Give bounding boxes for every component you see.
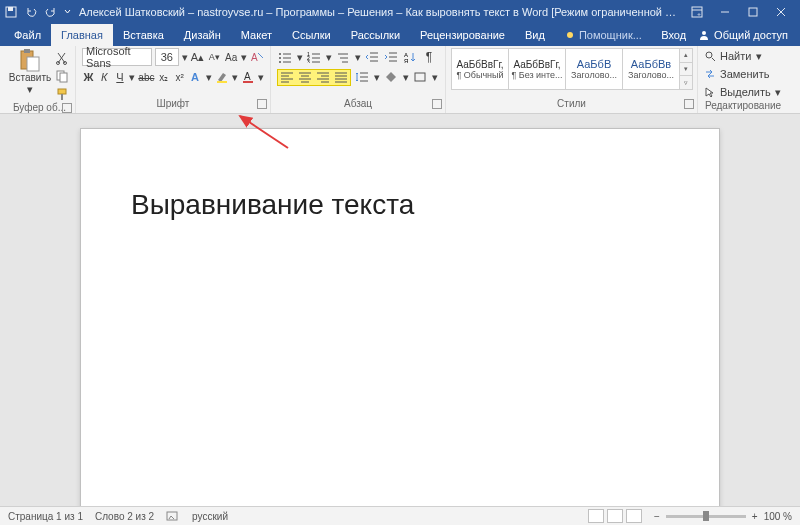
minimize-icon[interactable]: [716, 3, 734, 21]
bullets-icon[interactable]: [277, 49, 293, 65]
svg-rect-17: [217, 81, 227, 83]
tab-layout[interactable]: Макет: [231, 24, 282, 46]
style-no-spacing[interactable]: АаБбВвГг,¶ Без инте...: [508, 48, 566, 90]
status-language[interactable]: русский: [192, 511, 228, 522]
paste-button[interactable]: Вставить ▾: [10, 48, 50, 96]
signin-link[interactable]: Вход: [661, 29, 686, 41]
tab-mailings[interactable]: Рассылки: [341, 24, 410, 46]
svg-rect-14: [61, 94, 63, 100]
change-case-icon[interactable]: Aa: [224, 49, 238, 65]
text-effects-icon[interactable]: A: [189, 69, 203, 85]
replace-button[interactable]: Заменить: [704, 66, 782, 82]
clear-formatting-icon[interactable]: A: [250, 49, 264, 65]
share-button[interactable]: Общий доступ: [698, 29, 788, 41]
svg-point-5: [702, 31, 706, 35]
increase-indent-icon[interactable]: [383, 49, 399, 65]
svg-text:A: A: [191, 71, 199, 83]
underline-icon[interactable]: Ч: [114, 69, 127, 85]
svg-point-21: [279, 57, 281, 59]
close-icon[interactable]: [772, 3, 790, 21]
styles-scroll[interactable]: ▴▾▿: [679, 48, 693, 90]
select-button[interactable]: Выделить▾: [704, 84, 782, 100]
tab-file[interactable]: Файл: [4, 24, 51, 46]
title-bar: Алексей Шатковский – nastroyvse.ru – Про…: [0, 0, 800, 24]
alignment-highlight: [277, 69, 351, 86]
borders-icon[interactable]: [412, 69, 428, 85]
status-page[interactable]: Страница 1 из 1: [8, 511, 83, 522]
tab-design[interactable]: Дизайн: [174, 24, 231, 46]
redo-icon[interactable]: [44, 5, 58, 19]
tell-me[interactable]: Помощник...: [555, 24, 652, 46]
svg-point-22: [279, 61, 281, 63]
line-spacing-icon[interactable]: [354, 69, 370, 85]
zoom-in-button[interactable]: +: [752, 511, 758, 522]
subscript-icon[interactable]: x₂: [157, 69, 170, 85]
shading-icon[interactable]: [383, 69, 399, 85]
tab-insert[interactable]: Вставка: [113, 24, 174, 46]
svg-text:А: А: [244, 71, 251, 82]
tab-review[interactable]: Рецензирование: [410, 24, 515, 46]
multilevel-list-icon[interactable]: [335, 49, 351, 65]
style-heading2[interactable]: АаБбВвЗаголово...: [622, 48, 680, 90]
grow-font-icon[interactable]: A▴: [191, 49, 205, 65]
view-print-icon[interactable]: [607, 509, 623, 523]
status-words[interactable]: Слово 2 из 2: [95, 511, 154, 522]
svg-rect-28: [415, 73, 425, 81]
status-proofing-icon[interactable]: [166, 510, 180, 522]
tab-references[interactable]: Ссылки: [282, 24, 341, 46]
window-title: Алексей Шатковский – nastroyvse.ru – Про…: [71, 6, 688, 18]
save-icon[interactable]: [4, 5, 18, 19]
decrease-indent-icon[interactable]: [364, 49, 380, 65]
group-clipboard-label: Буфер об...: [13, 102, 66, 113]
style-normal[interactable]: АаБбВвГг,¶ Обычный: [451, 48, 509, 90]
highlight-icon[interactable]: [215, 69, 229, 85]
tab-view[interactable]: Вид: [515, 24, 555, 46]
justify-icon[interactable]: [333, 69, 349, 85]
qat-customize-icon[interactable]: [64, 9, 71, 16]
undo-icon[interactable]: [24, 5, 38, 19]
copy-icon[interactable]: [54, 68, 70, 84]
paragraph-launcher-icon[interactable]: [432, 99, 442, 109]
svg-point-20: [279, 53, 281, 55]
ribbon-options-icon[interactable]: [688, 3, 706, 21]
shrink-font-icon[interactable]: A▾: [207, 49, 221, 65]
italic-icon[interactable]: К: [98, 69, 111, 85]
font-size-combo[interactable]: 36: [155, 48, 179, 66]
select-icon: [704, 86, 716, 98]
align-left-icon[interactable]: [279, 69, 295, 85]
styles-launcher-icon[interactable]: [684, 99, 694, 109]
bold-icon[interactable]: Ж: [82, 69, 95, 85]
superscript-icon[interactable]: x²: [173, 69, 186, 85]
zoom-out-button[interactable]: −: [654, 511, 660, 522]
format-painter-icon[interactable]: [54, 86, 70, 102]
find-button[interactable]: Найти▾: [704, 48, 782, 64]
show-marks-icon[interactable]: ¶: [421, 49, 437, 65]
align-right-icon[interactable]: [315, 69, 331, 85]
view-read-icon[interactable]: [588, 509, 604, 523]
zoom-slider[interactable]: [666, 515, 746, 518]
cut-icon[interactable]: [54, 50, 70, 66]
svg-text:A: A: [251, 52, 258, 63]
document-page[interactable]: Выравнивание текста: [80, 128, 720, 506]
svg-rect-3: [749, 8, 757, 16]
maximize-icon[interactable]: [744, 3, 762, 21]
strikethrough-icon[interactable]: abc: [138, 69, 154, 85]
font-name-combo[interactable]: Microsoft Sans: [82, 48, 152, 66]
font-color-icon[interactable]: А: [241, 69, 255, 85]
svg-rect-31: [167, 512, 177, 520]
font-launcher-icon[interactable]: [257, 99, 267, 109]
tab-home[interactable]: Главная: [51, 24, 113, 46]
ribbon: Вставить ▾ Буфер об... Microsoft Sans 36…: [0, 46, 800, 114]
document-text[interactable]: Выравнивание текста: [131, 189, 669, 221]
numbering-icon[interactable]: 123: [306, 49, 322, 65]
svg-rect-19: [243, 81, 253, 83]
zoom-level[interactable]: 100 %: [764, 511, 792, 522]
document-area[interactable]: Выравнивание текста: [0, 114, 800, 506]
clipboard-launcher-icon[interactable]: [62, 103, 72, 113]
align-center-icon[interactable]: [297, 69, 313, 85]
view-web-icon[interactable]: [626, 509, 642, 523]
style-heading1[interactable]: АаБбВЗаголово...: [565, 48, 623, 90]
sort-icon[interactable]: АЯ: [402, 49, 418, 65]
svg-text:Я: Я: [404, 58, 408, 63]
chevron-down-icon[interactable]: ▾: [182, 51, 188, 64]
